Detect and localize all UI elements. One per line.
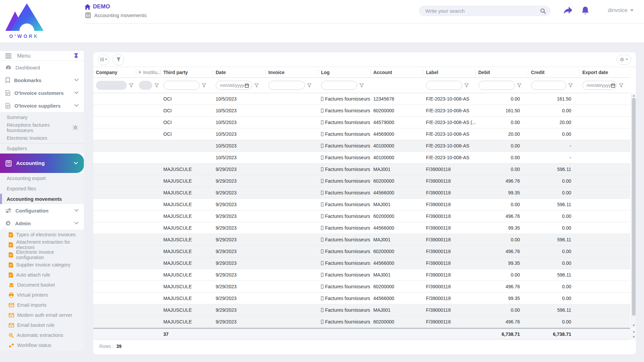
table-row[interactable]: MAJUSCULE9/29/2023Factures fournisseurs4… (93, 293, 630, 304)
column-header-third-party[interactable]: Third party (161, 69, 213, 76)
table-row[interactable]: MAJUSCULE9/29/2023Factures fournisseursM… (93, 199, 630, 210)
sidebar-item-workflow-status[interactable]: Workflow status (0, 340, 84, 350)
table-row[interactable]: MAJUSCULE9/29/2023Factures fournisseurs6… (93, 281, 630, 293)
sidebar-item-electronic-invoices[interactable]: Electronic Invoices (0, 133, 84, 143)
log-glyph-icon (321, 226, 323, 230)
filter-button[interactable] (113, 54, 124, 65)
filter-input-third-party[interactable] (163, 81, 200, 90)
column-header-date[interactable]: Date (213, 69, 266, 76)
filter-funnel-icon[interactable] (154, 83, 159, 88)
sidebar-item-o-invoice-customers[interactable]: O'Invoice customers (0, 86, 84, 99)
sidebar-item-suppliers[interactable]: Suppliers (0, 143, 84, 154)
notifications-bell-icon[interactable] (581, 6, 590, 15)
table-row[interactable]: MAJUSCULE9/29/2023Factures fournisseurs6… (93, 210, 630, 222)
sidebar-item-exported-files[interactable]: Exported files (0, 183, 84, 194)
table-row[interactable]: MAJUSCULE9/29/2023Factures fournisseurs4… (93, 257, 630, 269)
sidebar-item-r-ceptions-factures-fournisseurs[interactable]: Réceptions factures fournisseurs0 (0, 122, 84, 133)
sidebar-item-supplier-invoice-category[interactable]: Supplier invoice category (0, 260, 84, 270)
sliders-icon (5, 208, 11, 213)
sidebar-item-types-of-electronic-invoices[interactable]: Types of electronic invoices (0, 230, 84, 240)
sidebar-item-modern-auth-email-server[interactable]: Modern auth email server (0, 310, 84, 320)
table-settings-button[interactable]: ⚙ (616, 55, 631, 65)
filter-funnel-icon[interactable] (619, 83, 624, 88)
sidebar-item-accounting-movements[interactable]: Accounting movements (0, 194, 84, 204)
filter-funnel-icon[interactable] (359, 83, 364, 88)
column-header-export-date[interactable]: Export date (580, 69, 630, 76)
pin-icon[interactable] (74, 53, 78, 58)
sidebar-item-electronic-invoice-configuration[interactable]: Electronic invoice configuration (0, 250, 84, 260)
scrollbar-thumb[interactable] (632, 98, 636, 316)
sidebar-item-admin[interactable]: Admin (0, 217, 84, 230)
sidebar-item-accounting[interactable]: Accounting (0, 154, 84, 173)
table-row[interactable]: MAJUSCULE9/29/2023Factures fournisseurs6… (93, 175, 630, 187)
cell-company (93, 105, 136, 116)
filter-funnel-icon[interactable] (464, 83, 469, 88)
search-icon[interactable] (540, 8, 546, 14)
column-header-log[interactable]: Log (318, 69, 371, 76)
filter-funnel-icon[interactable] (254, 83, 259, 88)
table-row[interactable]: MAJUSCULE9/29/2023Factures fournisseurs4… (93, 222, 630, 234)
search-input[interactable] (419, 8, 540, 14)
sidebar-item-automatic-extractions[interactable]: Automatic extractions (0, 330, 84, 340)
filter-funnel-icon[interactable] (202, 83, 206, 88)
sidebar-item-dashboard[interactable]: Dashboard (0, 61, 84, 74)
table-row[interactable]: OCI10/5/2023Factures fournisseurs4456900… (93, 128, 630, 140)
table-row[interactable]: OCI10/5/2023Factures fournisseurs4457900… (93, 117, 630, 128)
hamburger-icon[interactable] (5, 54, 11, 58)
column-header-account[interactable]: Account (371, 69, 423, 76)
table-row[interactable]: MAJUSCULE9/29/2023Factures fournisseursM… (93, 164, 630, 175)
scroll-up-icon[interactable]: ▲ (631, 94, 636, 97)
table-row[interactable]: MAJUSCULE9/29/2023Factures fournisseurs4… (93, 187, 630, 199)
sidebar-item-virtual-printers[interactable]: Virtual printers (0, 290, 84, 300)
table-row[interactable]: MAJUSCULE9/29/2023Factures fournisseursM… (93, 269, 630, 281)
vertical-scrollbar[interactable]: ▲ ▼ (631, 93, 636, 328)
filter-date-export-date[interactable]: mm/dd/yyyy (582, 81, 617, 90)
sidebar-item-configuration[interactable]: Configuration (0, 204, 84, 217)
sidebar-item-bookmarks[interactable]: Bookmarks (0, 74, 84, 86)
sidebar-item-summary[interactable]: Summary (0, 112, 84, 122)
filter-funnel-icon[interactable] (568, 83, 573, 88)
table-row[interactable]: MAJUSCULE9/29/2023Factures fournisseursM… (93, 304, 630, 316)
sidebar-item-document-basket[interactable]: Document basket (0, 280, 84, 290)
user-menu[interactable]: dinvoice (608, 7, 634, 13)
filter-input-credit[interactable] (531, 81, 566, 90)
column-header-invoice[interactable]: Invoice (266, 69, 318, 76)
filter-funnel-icon[interactable] (129, 83, 133, 88)
column-chooser-button[interactable] (98, 54, 109, 65)
table-row[interactable]: 10/5/2023Factures fournisseurs40100000F/… (93, 140, 630, 152)
filter-input-debit[interactable] (478, 81, 515, 90)
table-row[interactable]: 10/5/2023Factures fournisseurs40100000F/… (93, 152, 630, 164)
filter-input-invoice[interactable] (268, 81, 305, 90)
filter-input-log[interactable] (321, 81, 357, 90)
breadcrumb-root[interactable]: DEMO (85, 3, 147, 10)
summary-scroll-stub[interactable]: ▲ ▼ (631, 329, 636, 340)
table-row[interactable]: MAJUSCULE9/29/2023Factures fournisseursM… (93, 234, 630, 246)
filter-date-date[interactable]: mm/dd/yyyy (216, 81, 252, 90)
filter-input-label[interactable] (426, 81, 462, 90)
group-expand-icon[interactable] (139, 70, 142, 74)
sidebar-item-attachment-extraction-for-electroni[interactable]: Attachment extraction for electroni (0, 240, 84, 250)
table-row[interactable]: MAJUSCULE9/29/2023Factures fournisseurs6… (93, 246, 630, 257)
column-header-institution[interactable]: Institu... (136, 69, 161, 76)
sidebar-item-label: Configuration (15, 208, 48, 214)
scroll-up-icon[interactable]: ▲ (631, 330, 636, 333)
sidebar-item-auto-attach-rule[interactable]: Auto attach rule (0, 270, 84, 280)
column-header-credit[interactable]: Credit (528, 69, 580, 76)
share-icon[interactable] (563, 6, 573, 15)
column-header-debit[interactable]: Debit (476, 69, 528, 76)
filter-funnel-icon[interactable] (307, 83, 312, 88)
cell-invoice (266, 199, 318, 210)
filter-funnel-icon[interactable] (517, 83, 522, 88)
sidebar-item-email-imports[interactable]: Email imports (0, 300, 84, 310)
table-row[interactable]: OCI10/5/2023Factures fournisseurs6020000… (93, 105, 630, 117)
sidebar-item-accounting-export[interactable]: Accounting export (0, 173, 84, 183)
cell-date: 9/29/2023 (213, 164, 266, 175)
scroll-down-icon[interactable]: ▼ (631, 324, 636, 327)
table-row[interactable]: OCI10/5/2023Factures fournisseurs1234567… (93, 93, 630, 105)
table-row[interactable]: MAJUSCULE9/29/2023Factures fournisseurs6… (93, 316, 630, 328)
column-header-company[interactable]: Company (93, 69, 136, 76)
column-header-label[interactable]: Label (423, 69, 476, 76)
scroll-down-icon[interactable]: ▼ (631, 335, 636, 339)
sidebar-item-email-basket-rule[interactable]: Email basket rule (0, 320, 84, 330)
sidebar-item-o-invoice-suppliers[interactable]: O'Invoice suppliers (0, 99, 84, 112)
